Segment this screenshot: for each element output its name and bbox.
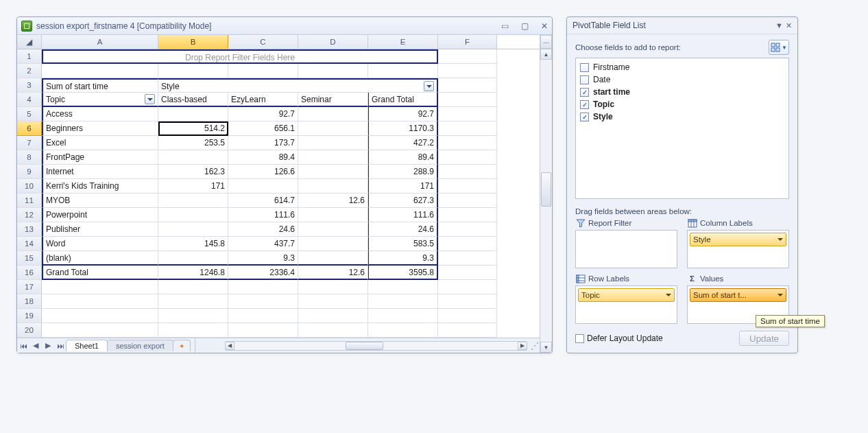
select-all-corner[interactable]: ◢ [17,35,42,49]
empty-cell[interactable] [158,309,228,323]
empty-cell[interactable] [438,266,497,280]
scroll-left-icon[interactable]: ◀ [225,342,234,350]
sheet-nav-next-icon[interactable]: ▶ [42,341,54,350]
field-chip-values[interactable]: Sum of start t... [690,288,786,302]
pivot-value[interactable]: 288.9 [368,165,438,179]
pivot-value[interactable]: 111.6 [228,208,298,222]
pivot-row-label[interactable]: Publisher [42,222,158,237]
row-header[interactable]: 16 [17,266,42,280]
pivot-row-label[interactable]: FrontPage [42,150,158,165]
pivot-row-field[interactable]: Topic [42,93,158,107]
row-header[interactable]: 10 [17,179,42,194]
empty-cell[interactable] [438,93,497,107]
pivot-col-header[interactable]: EzyLearn [228,93,298,107]
pivot-value[interactable] [298,121,368,136]
field-item[interactable]: ✓ start time [580,86,784,98]
empty-cell[interactable] [438,107,497,121]
row-header[interactable]: 14 [17,237,42,251]
empty-cell[interactable] [438,208,497,222]
row-header[interactable]: 4 [17,93,42,107]
pivot-value[interactable] [158,208,228,222]
pivot-value[interactable] [158,150,228,165]
pivot-value[interactable]: 111.6 [368,208,438,222]
scroll-thumb[interactable] [541,172,551,207]
pivot-row-label[interactable]: Kerri's Kids Training [42,179,158,194]
empty-cell[interactable] [438,294,497,309]
col-header[interactable]: F [438,35,497,49]
checkbox-icon[interactable] [580,75,589,84]
report-filter-dropzone[interactable]: Drop Report Filter Fields Here [42,49,438,64]
empty-cell[interactable] [438,280,497,294]
workbook-titlebar[interactable]: session export_firstname 4 [Compatibilit… [17,17,552,35]
empty-cell[interactable] [298,64,368,78]
pivot-value[interactable]: 162.3 [158,165,228,179]
close-icon[interactable]: ✕ [541,21,548,31]
empty-cell[interactable] [368,294,438,309]
empty-cell[interactable] [368,280,438,294]
pivot-value[interactable]: 583.5 [368,237,438,251]
pivot-value[interactable]: 9.3 [228,251,298,266]
empty-cell[interactable] [158,323,228,338]
empty-cell[interactable] [298,294,368,309]
pivot-value[interactable] [158,194,228,208]
row-labels-dropzone[interactable]: Topic [575,285,677,324]
row-header[interactable]: 3 [17,78,42,93]
pivot-value[interactable]: 126.6 [228,165,298,179]
pivot-value[interactable]: 12.6 [298,194,368,208]
empty-cell[interactable] [42,309,158,323]
pivot-value[interactable]: 437.7 [228,237,298,251]
sheet-tab[interactable]: session export [107,340,173,351]
pivot-col-header[interactable]: Class-based [158,93,228,107]
empty-cell[interactable] [298,280,368,294]
field-item[interactable]: ✓ Style [580,110,784,123]
row-header[interactable]: 7 [17,136,42,150]
pivot-row-label[interactable]: MYOB [42,194,158,208]
pivot-value[interactable] [298,208,368,222]
row-header[interactable]: 1 [17,49,42,64]
col-header[interactable]: B [158,35,228,49]
empty-cell[interactable] [158,294,228,309]
field-chip-topic[interactable]: Topic [578,288,675,302]
empty-cell[interactable] [42,323,158,338]
pivot-value[interactable]: 1170.3 [368,121,438,136]
col-header[interactable]: D [298,35,368,49]
pivot-grand-total[interactable]: 12.6 [298,266,368,280]
pane-close-icon[interactable]: ✕ [786,21,792,30]
active-cell[interactable]: 514.2 [158,121,228,136]
pivot-grand-total[interactable]: 1246.8 [158,266,228,280]
pivot-value[interactable] [158,222,228,237]
checkbox-checked-icon[interactable]: ✓ [580,88,589,97]
pivot-value[interactable]: 427.2 [368,136,438,150]
pivot-value[interactable] [298,251,368,266]
empty-cell[interactable] [228,309,298,323]
split-box[interactable]: — [540,35,552,49]
pivot-value[interactable]: 89.4 [228,150,298,165]
pivot-value[interactable] [298,150,368,165]
empty-cell[interactable] [438,194,497,208]
pivot-row-label[interactable]: Word [42,237,158,251]
checkbox-checked-icon[interactable]: ✓ [580,100,589,109]
field-item[interactable]: ✓ Topic [580,98,784,110]
row-header[interactable]: 5 [17,107,42,121]
field-item[interactable]: Firstname [580,61,784,73]
empty-cell[interactable] [438,150,497,165]
col-header[interactable]: E [368,35,438,49]
checkbox-icon[interactable] [580,63,589,72]
field-chip-style[interactable]: Style [690,233,786,246]
field-item[interactable]: Date [580,73,784,86]
pivot-row-label[interactable]: Internet [42,165,158,179]
pivot-row-label[interactable]: Powerpoint [42,208,158,222]
pivot-value[interactable]: 171 [368,179,438,194]
empty-cell[interactable] [368,309,438,323]
checkbox-icon[interactable] [575,334,584,343]
pivot-value[interactable]: 92.7 [368,107,438,121]
pivot-value[interactable]: 24.6 [368,222,438,237]
row-header[interactable]: 8 [17,150,42,165]
column-labels-dropzone[interactable]: Style [687,230,789,268]
pivot-value[interactable]: 89.4 [368,150,438,165]
row-header[interactable]: 12 [17,208,42,222]
scroll-right-icon[interactable]: ▶ [518,342,527,350]
empty-cell[interactable] [438,179,497,194]
empty-cell[interactable] [438,121,497,136]
empty-cell[interactable] [438,49,497,64]
